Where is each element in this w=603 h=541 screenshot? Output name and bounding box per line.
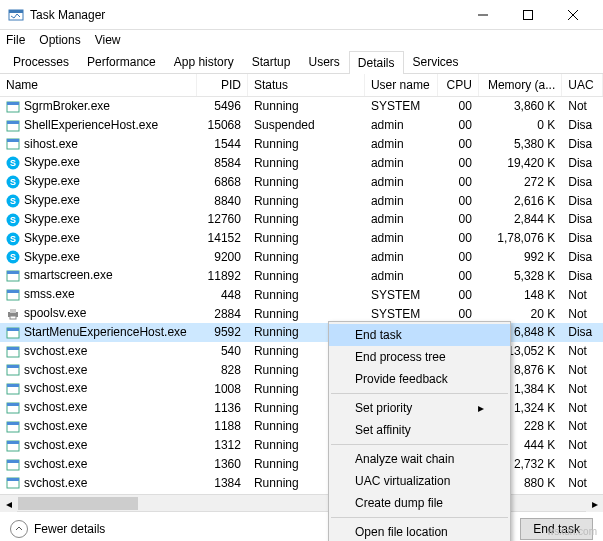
context-item-set-affinity[interactable]: Set affinity	[329, 419, 510, 441]
cell-cpu: 00	[438, 153, 479, 172]
table-row[interactable]: svchost.exe1360Running2,732 KNot	[0, 455, 603, 474]
cell-mem: 992 K	[478, 248, 561, 267]
table-row[interactable]: spoolsv.exe2884RunningSYSTEM0020 KNot	[0, 304, 603, 323]
cell-pid: 828	[197, 361, 248, 380]
table-row[interactable]: SSkype.exe8840Runningadmin002,616 KDisa	[0, 191, 603, 210]
table-row[interactable]: SSkype.exe6868Runningadmin00272 KDisa	[0, 172, 603, 191]
context-item-set-priority[interactable]: Set priority▸	[329, 397, 510, 419]
cell-pid: 2884	[197, 304, 248, 323]
process-name: Skype.exe	[24, 174, 80, 188]
svg-text:S: S	[10, 252, 16, 262]
scroll-right-arrow[interactable]: ▸	[586, 495, 603, 512]
tab-services[interactable]: Services	[404, 50, 468, 73]
table-row[interactable]: svchost.exe828Running8,876 KNot	[0, 361, 603, 380]
column-headers: Name PID Status User name CPU Memory (a.…	[0, 74, 603, 97]
process-icon: S	[6, 250, 20, 264]
cell-status: Running	[247, 285, 364, 304]
col-mem[interactable]: Memory (a...	[478, 74, 561, 97]
cell-pid: 9592	[197, 323, 248, 342]
cell-pid: 1008	[197, 379, 248, 398]
table-row[interactable]: sihost.exe1544Runningadmin005,380 KDisa	[0, 135, 603, 154]
table-row[interactable]: SSkype.exe9200Runningadmin00992 KDisa	[0, 248, 603, 267]
table-row[interactable]: ShellExperienceHost.exe15068Suspendedadm…	[0, 116, 603, 135]
cell-uac: Disa	[562, 248, 603, 267]
col-user[interactable]: User name	[364, 74, 437, 97]
tab-performance[interactable]: Performance	[78, 50, 165, 73]
horizontal-scrollbar[interactable]: ◂ ▸	[0, 494, 603, 511]
col-cpu[interactable]: CPU	[438, 74, 479, 97]
tab-details[interactable]: Details	[349, 51, 404, 74]
process-icon	[6, 458, 20, 472]
tab-processes[interactable]: Processes	[4, 50, 78, 73]
svg-rect-25	[7, 271, 19, 274]
fewer-details-toggle[interactable]: Fewer details	[10, 520, 105, 538]
context-item-analyze-wait-chain[interactable]: Analyze wait chain	[329, 448, 510, 470]
table-row[interactable]: smss.exe448RunningSYSTEM00148 KNot	[0, 285, 603, 304]
table-row[interactable]: svchost.exe1384Running880 KNot	[0, 474, 603, 493]
svg-rect-1	[9, 10, 23, 13]
context-item-label: Set priority	[355, 401, 412, 415]
menu-options[interactable]: Options	[39, 33, 80, 47]
table-row[interactable]: SSkype.exe12760Runningadmin002,844 KDisa	[0, 210, 603, 229]
maximize-button[interactable]	[505, 0, 550, 30]
tabbar: ProcessesPerformanceApp historyStartupUs…	[0, 50, 603, 74]
svg-rect-27	[7, 290, 19, 293]
cell-mem: 3,860 K	[478, 97, 561, 116]
process-name: svchost.exe	[24, 400, 87, 414]
table-row[interactable]: svchost.exe1008Running1,384 KNot	[0, 379, 603, 398]
cell-user: admin	[364, 248, 437, 267]
svg-rect-3	[523, 10, 532, 19]
scroll-left-arrow[interactable]: ◂	[0, 495, 17, 512]
cell-status: Running	[247, 172, 364, 191]
svg-rect-40	[7, 403, 19, 406]
minimize-button[interactable]	[460, 0, 505, 30]
window-title: Task Manager	[30, 8, 460, 22]
col-pid[interactable]: PID	[197, 74, 248, 97]
cell-status: Running	[247, 97, 364, 116]
context-menu: End taskEnd process treeProvide feedback…	[328, 321, 511, 541]
cell-pid: 1544	[197, 135, 248, 154]
context-separator	[331, 444, 508, 445]
context-item-end-process-tree[interactable]: End process tree	[329, 346, 510, 368]
process-icon	[6, 307, 20, 321]
process-icon	[6, 363, 20, 377]
svg-rect-42	[7, 422, 19, 425]
cell-cpu: 00	[438, 266, 479, 285]
table-row[interactable]: smartscreen.exe11892Runningadmin005,328 …	[0, 266, 603, 285]
context-item-open-file-location[interactable]: Open file location	[329, 521, 510, 541]
tab-startup[interactable]: Startup	[243, 50, 300, 73]
col-name[interactable]: Name	[0, 74, 197, 97]
table-row[interactable]: SgrmBroker.exe5496RunningSYSTEM003,860 K…	[0, 97, 603, 116]
cell-cpu: 00	[438, 135, 479, 154]
context-item-provide-feedback[interactable]: Provide feedback	[329, 368, 510, 390]
table-row[interactable]: svchost.exe1312Running444 KNot	[0, 436, 603, 455]
menu-view[interactable]: View	[95, 33, 121, 47]
table-row[interactable]: svchost.exe540Running13,052 KNot	[0, 342, 603, 361]
context-item-end-task[interactable]: End task	[329, 324, 510, 346]
table-row[interactable]: svchost.exe1188Running228 KNot	[0, 417, 603, 436]
cell-status: Running	[247, 153, 364, 172]
close-button[interactable]	[550, 0, 595, 30]
cell-user: admin	[364, 153, 437, 172]
process-icon: S	[6, 156, 20, 170]
cell-uac: Not	[562, 398, 603, 417]
table-row[interactable]: SSkype.exe14152Runningadmin001,78,076 KD…	[0, 229, 603, 248]
table-row[interactable]: SSkype.exe8584Runningadmin0019,420 KDisa	[0, 153, 603, 172]
table-row[interactable]: svchost.exe1136Running1,324 KNot	[0, 398, 603, 417]
col-uac[interactable]: UAC	[562, 74, 603, 97]
tab-app-history[interactable]: App history	[165, 50, 243, 73]
cell-pid: 540	[197, 342, 248, 361]
col-status[interactable]: Status	[247, 74, 364, 97]
svg-rect-38	[7, 384, 19, 387]
context-item-create-dump-file[interactable]: Create dump file	[329, 492, 510, 514]
cell-cpu: 00	[438, 229, 479, 248]
context-item-uac-virtualization[interactable]: UAC virtualization	[329, 470, 510, 492]
context-separator	[331, 517, 508, 518]
cell-uac: Not	[562, 474, 603, 493]
table-row[interactable]: StartMenuExperienceHost.exe9592Running6,…	[0, 323, 603, 342]
process-name: Skype.exe	[24, 193, 80, 207]
scroll-thumb[interactable]	[18, 497, 138, 510]
menu-file[interactable]: File	[6, 33, 25, 47]
process-icon	[6, 420, 20, 434]
tab-users[interactable]: Users	[299, 50, 348, 73]
